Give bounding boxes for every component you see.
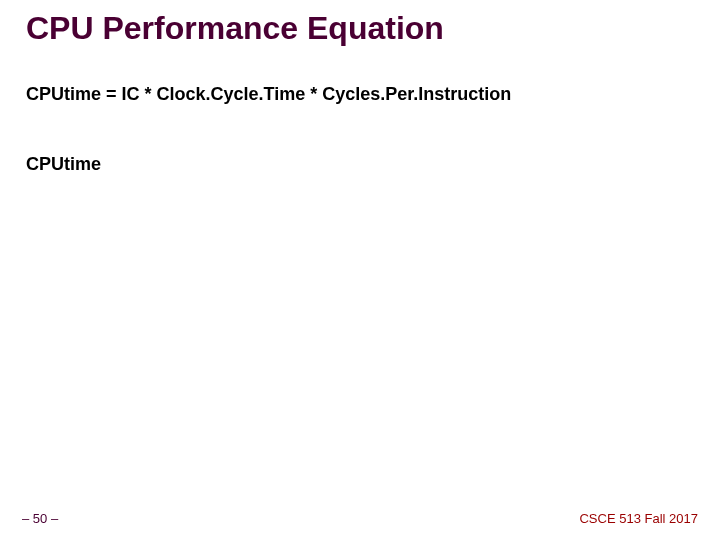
course-footer: CSCE 513 Fall 2017: [579, 511, 698, 526]
slide-title: CPU Performance Equation: [26, 10, 444, 47]
slide: CPU Performance Equation CPUtime = IC * …: [0, 0, 720, 540]
slide-number: – 50 –: [22, 511, 58, 526]
equation-text: CPUtime = IC * Clock.Cycle.Time * Cycles…: [26, 84, 511, 105]
subhead-text: CPUtime: [26, 154, 101, 175]
